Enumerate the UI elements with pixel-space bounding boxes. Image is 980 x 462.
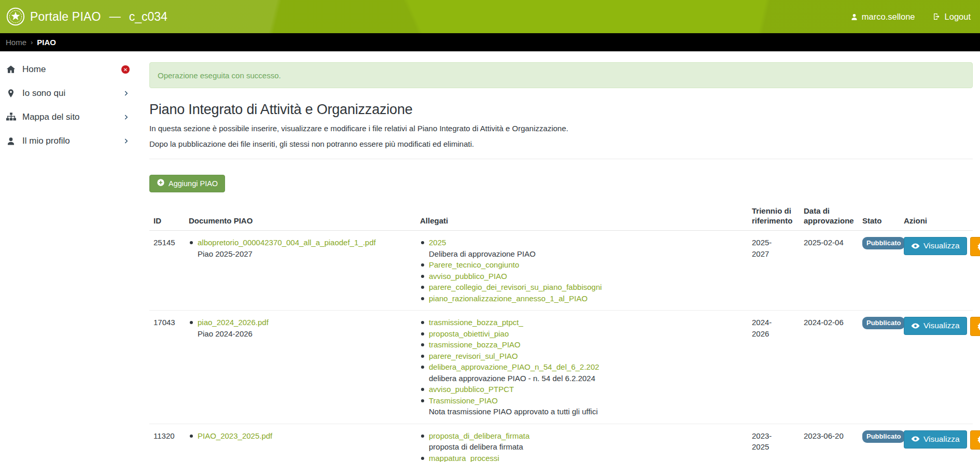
- italy-emblem-logo: [6, 7, 25, 26]
- status-badge: Pubblicato: [862, 237, 905, 249]
- user-name: marco.sellone: [862, 12, 915, 22]
- attachment-link[interactable]: Parere_tecnico_congiunto: [429, 260, 519, 269]
- col-header-azioni: Azioni: [900, 200, 973, 231]
- list-item: proposta_obiettivi_piao: [420, 328, 744, 340]
- map-pin-icon: [5, 89, 17, 98]
- cell-id: 25145: [149, 231, 185, 311]
- page-title: Piano Integrato di Attività e Organizzaz…: [149, 102, 973, 118]
- attachment-link[interactable]: trasmissione_bozza_ptpct_: [429, 318, 523, 327]
- attachment-link[interactable]: piano_razionalizzazione_annesso_1_al_PIA…: [429, 294, 587, 303]
- cell-data-approvazione: 2025-02-04: [800, 231, 858, 311]
- document-list: PIAO_2023_2025.pdf: [189, 430, 412, 442]
- col-header-allegati: Allegati: [416, 200, 748, 231]
- settings-button[interactable]: [970, 237, 980, 256]
- table-row: 25145albopretorio_000042370_004_all_a_pi…: [149, 231, 973, 311]
- list-item: mappatura_processimappatura processi: [420, 453, 744, 462]
- cell-azioni: Visualizza: [900, 424, 973, 462]
- sitemap-icon: [5, 113, 17, 122]
- visualizza-button[interactable]: Visualizza: [904, 430, 967, 449]
- visualizza-label: Visualizza: [923, 435, 960, 444]
- visualizza-button[interactable]: Visualizza: [904, 237, 967, 255]
- cell-documento: piao_2024_2026.pdfPiao 2024-2026: [185, 311, 416, 424]
- success-alert: Operazione eseguita con successo.: [149, 62, 973, 88]
- attachment-link[interactable]: proposta_obiettivi_piao: [429, 329, 509, 338]
- sidebar-item-mappa-del-sito[interactable]: Mappa del sito: [0, 105, 136, 129]
- settings-button[interactable]: [970, 317, 980, 336]
- piao-table: ID Documento PIAO Allegati Triennio di r…: [149, 200, 973, 462]
- sidebar-item-label: Io sono qui: [22, 88, 122, 99]
- attachment-caption: Delibera di approvazione PIAO: [429, 248, 744, 260]
- app-header: Portale PIAO — c_c034 marco.sellone Logo…: [0, 0, 980, 33]
- tenant-code: c_c034: [129, 10, 167, 24]
- sidebar-item-home[interactable]: Home ✕: [0, 58, 136, 81]
- cell-triennio: 2025-2027: [748, 231, 800, 311]
- col-header-triennio: Triennio di riferimento: [748, 200, 800, 231]
- app-title: Portale PIAO: [30, 10, 101, 24]
- user-area: marco.sellone Logout: [850, 12, 971, 22]
- cell-triennio: 2024-2026: [748, 311, 800, 424]
- document-link[interactable]: piao_2024_2026.pdf: [198, 318, 269, 327]
- sidebar: Home ✕ Io sono qui Mappa del sito: [0, 51, 136, 153]
- attachment-link[interactable]: trasmissione_bozza_PIAO: [429, 340, 521, 349]
- document-list: piao_2024_2026.pdfPiao 2024-2026: [189, 317, 412, 339]
- list-item: delibera_approvazione_PIAO_n_54_del_6_2.…: [420, 361, 744, 384]
- attachment-link[interactable]: proposta_di_delibera_firmata: [429, 431, 529, 440]
- add-piao-button[interactable]: Aggiungi PIAO: [149, 175, 225, 192]
- document-list: albopretorio_000042370_004_all_a_piaodef…: [189, 237, 412, 259]
- error-close-badge[interactable]: ✕: [121, 65, 130, 74]
- list-item: PIAO_2023_2025.pdf: [189, 430, 412, 442]
- chevron-right-icon: [122, 114, 130, 121]
- col-header-documento: Documento PIAO: [185, 200, 416, 231]
- col-header-data-approvazione: Data di approvazione: [800, 200, 858, 231]
- list-item: Trasmissione_PIAONota trasmissione PIAO …: [420, 395, 744, 417]
- sidebar-item-il-mio-profilo[interactable]: Il mio profilo: [0, 129, 136, 153]
- list-item: 2025Delibera di approvazione PIAO: [420, 237, 744, 259]
- attachment-list: trasmissione_bozza_ptpct_proposta_obiett…: [420, 317, 744, 417]
- brand: Portale PIAO — c_c034: [6, 7, 167, 26]
- document-link[interactable]: PIAO_2023_2025.pdf: [198, 431, 272, 440]
- user-icon: [850, 13, 858, 21]
- logout-button[interactable]: Logout: [933, 12, 971, 22]
- cell-stato: Pubblicato: [858, 424, 900, 462]
- sidebar-item-label: Home: [22, 64, 121, 75]
- col-header-id: ID: [149, 200, 185, 231]
- attachment-link[interactable]: parere_revisori_sul_PIAO: [429, 352, 518, 360]
- list-item: piano_razionalizzazione_annesso_1_al_PIA…: [420, 293, 744, 304]
- list-item: parere_collegio_dei_revisori_su_piano_fa…: [420, 282, 744, 293]
- attachment-list: 2025Delibera di approvazione PIAOParere_…: [420, 237, 744, 304]
- logout-label: Logout: [945, 12, 971, 22]
- attachment-link[interactable]: delibera_approvazione_PIAO_n_54_del_6_2.…: [429, 362, 599, 371]
- attachment-list: proposta_di_delibera_firmataproposta di …: [420, 430, 744, 462]
- divider: [149, 159, 973, 159]
- status-badge: Pubblicato: [862, 430, 905, 443]
- cell-stato: Pubblicato: [858, 311, 900, 424]
- attachment-link[interactable]: mappatura_processi: [429, 454, 499, 462]
- cell-allegati: trasmissione_bozza_ptpct_proposta_obiett…: [416, 311, 748, 424]
- attachment-link[interactable]: avviso_pubblico_PIAO: [429, 272, 507, 281]
- settings-button[interactable]: [970, 430, 980, 450]
- document-link[interactable]: albopretorio_000042370_004_all_a_piaodef…: [198, 238, 376, 247]
- user-menu[interactable]: marco.sellone: [850, 12, 915, 22]
- cell-documento: PIAO_2023_2025.pdf: [185, 424, 416, 462]
- document-caption: Piao 2025-2027: [198, 248, 412, 260]
- plus-circle-icon: [157, 178, 165, 188]
- list-item: Parere_tecnico_congiunto: [420, 259, 744, 271]
- list-item: parere_revisori_sul_PIAO: [420, 351, 744, 362]
- cell-id: 17043: [149, 311, 185, 424]
- attachment-link[interactable]: parere_collegio_dei_revisori_su_piano_fa…: [429, 283, 602, 291]
- attachment-link[interactable]: Trasmissione_PIAO: [429, 396, 498, 405]
- add-piao-label: Aggiungi PIAO: [169, 179, 218, 188]
- breadcrumb-current: PIAO: [37, 38, 56, 47]
- attachment-link[interactable]: 2025: [429, 238, 446, 247]
- cell-documento: albopretorio_000042370_004_all_a_piaodef…: [185, 231, 416, 311]
- cell-allegati: 2025Delibera di approvazione PIAOParere_…: [416, 231, 748, 311]
- visualizza-button[interactable]: Visualizza: [904, 317, 967, 335]
- cell-azioni: Visualizza: [900, 311, 973, 424]
- title-separator: —: [109, 10, 121, 23]
- breadcrumb-home[interactable]: Home: [6, 38, 26, 47]
- piao-table-body: 25145albopretorio_000042370_004_all_a_pi…: [149, 231, 973, 462]
- sidebar-item-io-sono-qui[interactable]: Io sono qui: [0, 81, 136, 105]
- cell-azioni: Visualizza: [900, 231, 973, 311]
- actions-group: Visualizza: [904, 430, 969, 450]
- attachment-link[interactable]: avviso_pubblico_PTPCT: [429, 385, 514, 394]
